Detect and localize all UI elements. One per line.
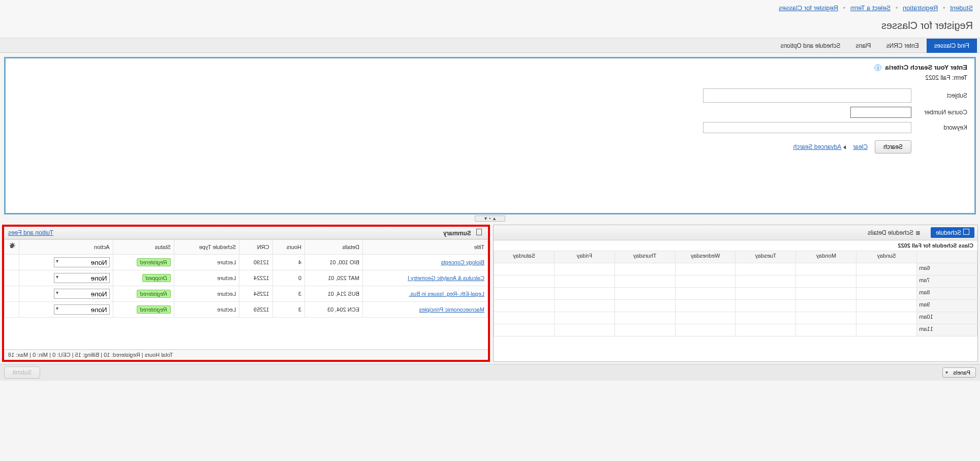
course-hours: 3: [272, 286, 305, 302]
tab-enter-crns[interactable]: Enter CRNs: [879, 39, 927, 53]
action-select[interactable]: None: [54, 304, 110, 315]
totals-bar: Total Hours | Registered: 10 | Billing: …: [4, 349, 488, 360]
search-button[interactable]: Search: [875, 140, 911, 153]
summary-header: Summary Tuition and Fees: [4, 227, 488, 239]
splitter-handle-icon[interactable]: ▲ • ▼: [475, 216, 505, 222]
tab-plans[interactable]: Plans: [848, 39, 879, 53]
table-row: Legal-Eth.-Reg. Issues in Bus. BUS 214, …: [5, 286, 488, 302]
summary-column: Summary Tuition and Fees Title Details H…: [2, 225, 490, 362]
breadcrumb-sep: •: [896, 4, 898, 12]
course-details: BUS 214, 01: [305, 286, 363, 302]
course-hours: 3: [272, 302, 305, 318]
col-schedule-type: Schedule Type: [174, 240, 239, 255]
breadcrumb-sep: •: [843, 4, 846, 12]
search-panel: Enter Your Search Criteria i Term: Fall …: [4, 57, 976, 214]
cal-day-sat: Saturday: [494, 251, 555, 263]
course-number-label: Course Number: [911, 109, 967, 116]
schedule-calendar: Sunday Monday Tuesday Wednesday Thursday…: [494, 251, 977, 336]
info-icon[interactable]: i: [874, 64, 881, 71]
col-hours: Hours: [272, 240, 305, 255]
submit-button[interactable]: Submit: [4, 366, 40, 379]
col-crn: CRN: [239, 240, 272, 255]
course-title-link[interactable]: Calculus & Analytic Geometry I: [408, 275, 484, 281]
status-badge: Registered: [137, 290, 171, 298]
col-details: Details: [305, 240, 363, 255]
tuition-fees-link[interactable]: Tuition and Fees: [8, 229, 53, 236]
advanced-search-link[interactable]: Advanced Search: [793, 143, 846, 150]
course-type: Lecture: [174, 270, 239, 286]
course-details: BIO 100, 01: [305, 255, 363, 270]
schedule-tab-label: Schedule: [936, 229, 961, 236]
course-type: Lecture: [174, 302, 239, 318]
list-icon: [915, 229, 921, 236]
subject-label: Subject: [911, 92, 967, 99]
cal-corner: [917, 251, 977, 263]
cal-hour: 7am: [917, 275, 977, 288]
footer-bar: Panels Submit: [0, 364, 980, 381]
breadcrumb-select-term[interactable]: Select a Term: [850, 4, 891, 12]
tabs-bar: Find Classes Enter CRNs Plans Schedule a…: [0, 38, 980, 53]
course-type: Lecture: [174, 255, 239, 270]
clear-link[interactable]: Clear: [853, 143, 868, 150]
col-settings[interactable]: [5, 240, 19, 255]
course-title-link[interactable]: Macroeconomic Principles: [419, 306, 484, 313]
panel-splitter[interactable]: ▲ • ▼: [0, 219, 980, 225]
action-select[interactable]: None: [54, 257, 110, 267]
keyword-label: Keyword: [911, 124, 967, 131]
breadcrumb-register-classes[interactable]: Register for Classes: [779, 4, 838, 12]
col-action: Action: [19, 240, 113, 255]
schedule-column: Schedule Schedule Details Class Schedule…: [493, 225, 978, 362]
schedule-tab[interactable]: Schedule: [931, 227, 974, 238]
course-hours: 0: [272, 270, 305, 286]
course-title-link[interactable]: Legal-Eth.-Reg. Issues in Bus.: [409, 291, 484, 297]
course-crn: 12190: [239, 255, 272, 270]
action-select[interactable]: None: [54, 273, 110, 283]
course-crn: 12224: [239, 270, 272, 286]
course-hours: 4: [272, 255, 305, 270]
status-badge: Dropped: [142, 274, 171, 282]
page-title: Register for Classes: [0, 16, 980, 38]
summary-table: Title Details Hours CRN Schedule Type St…: [4, 239, 488, 318]
course-crn: 12254: [239, 286, 272, 302]
status-badge: Registered: [137, 305, 171, 314]
course-details: MAT 220, 01: [305, 270, 363, 286]
keyword-input[interactable]: [703, 122, 911, 133]
cal-hour: 10am: [917, 312, 977, 324]
table-row: Calculus & Analytic Geometry I MAT 220, …: [5, 270, 488, 286]
tab-schedule-options[interactable]: Schedule and Options: [773, 39, 848, 53]
cal-day-sun: Sunday: [856, 251, 917, 263]
cal-day-fri: Friday: [554, 251, 615, 263]
breadcrumb-student[interactable]: Student: [950, 4, 973, 12]
term-label: Term: Fall 2022: [13, 74, 967, 81]
col-title: Title: [363, 240, 488, 255]
breadcrumb-sep: •: [943, 4, 945, 12]
table-row: Biology Concepts BIO 100, 01 4 12190 Lec…: [5, 255, 488, 270]
cal-hour: 8am: [917, 288, 977, 300]
search-criteria-header: Enter Your Search Criteria: [885, 64, 967, 71]
col-status: Status: [113, 240, 174, 255]
schedule-details-tab[interactable]: Schedule Details: [863, 228, 926, 238]
course-number-input[interactable]: [850, 107, 911, 118]
breadcrumb: Student • Registration • Select a Term •…: [0, 0, 980, 16]
course-crn: 12259: [239, 302, 272, 318]
cal-day-tue: Tuesday: [736, 251, 796, 263]
cal-hour: 6am: [917, 263, 977, 275]
calendar-icon: [963, 229, 969, 236]
course-details: ECN 204, 03: [305, 302, 363, 318]
subject-input[interactable]: [703, 88, 911, 103]
schedule-column-header: Schedule Schedule Details: [494, 225, 977, 240]
tab-find-classes[interactable]: Find Classes: [927, 39, 977, 53]
cal-day-thu: Thursday: [615, 251, 675, 263]
cal-day-wed: Wednesday: [675, 251, 736, 263]
document-icon: [475, 230, 482, 237]
gear-icon[interactable]: [8, 242, 16, 251]
action-select[interactable]: None: [54, 289, 110, 299]
summary-title: Summary: [443, 230, 471, 237]
schedule-subtitle: Class Schedule for Fall 2022: [494, 240, 977, 251]
breadcrumb-registration[interactable]: Registration: [903, 4, 938, 12]
course-type: Lecture: [174, 286, 239, 302]
status-badge: Registered: [137, 258, 171, 266]
panels-button[interactable]: Panels: [942, 367, 976, 378]
cal-day-mon: Monday: [796, 251, 856, 263]
course-title-link[interactable]: Biology Concepts: [441, 259, 484, 265]
